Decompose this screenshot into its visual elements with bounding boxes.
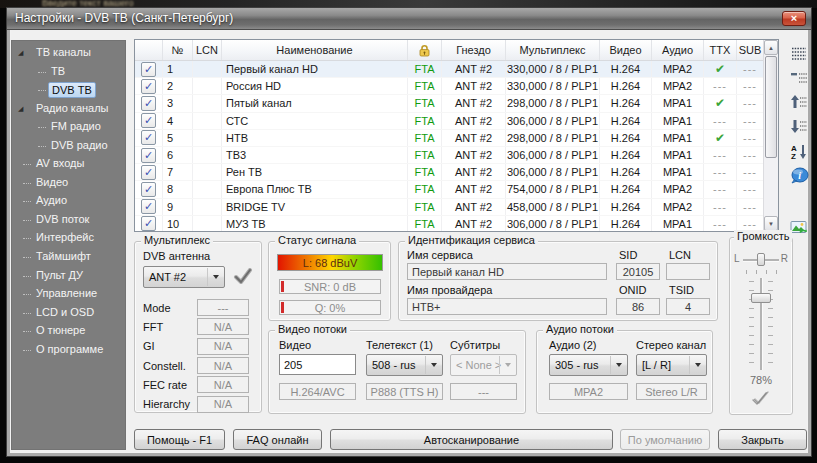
remove-channel-button[interactable] <box>788 67 810 89</box>
service-id-title: Идентификация сервиса <box>405 234 538 246</box>
sidebar-item-control[interactable]: ◢ Управление <box>11 285 126 304</box>
table-row[interactable]: ✓ 9 BRIDGE TV FTA ANT #2 458,000 / 8 / P… <box>135 199 763 216</box>
stereo-select[interactable]: [L / R] <box>636 354 707 376</box>
volume-slider[interactable] <box>760 278 762 370</box>
volume-apply-check-icon[interactable] <box>750 389 772 411</box>
antenna-select[interactable]: ANT #2 <box>143 266 225 288</box>
sidebar-item-tv-channels[interactable]: ◢ ТВ каналы <box>11 44 126 63</box>
sidebar-item-dvb-stream[interactable]: ◢ DVB поток <box>11 211 126 230</box>
header-socket[interactable]: Гнездо <box>442 40 506 60</box>
table-scrollbar[interactable]: ▲ ▼ <box>763 40 778 231</box>
table-row[interactable]: ✓ 6 ТВ3 FTA ANT #2 306,000 / 8 / PLP1 H.… <box>135 147 763 164</box>
sidebar-item-label: Интерфейс <box>33 230 97 245</box>
title-bar[interactable]: Настройки - DVB ТВ (Санкт-Петербург) × <box>7 8 811 30</box>
cell-audio: MPA2 <box>652 181 704 197</box>
provider-label: Имя провайдера <box>407 284 492 296</box>
table-row[interactable]: ✓ 5 НТВ FTA ANT #2 298,000 / 8 / PLP1 H.… <box>135 130 763 147</box>
sidebar-item-timeshift[interactable]: ◢ Таймшифт <box>11 248 126 267</box>
select-channel-list-button[interactable] <box>788 43 810 65</box>
scrollbar-thumb[interactable] <box>765 56 777 158</box>
header-num[interactable]: № <box>163 40 193 60</box>
channel-checkbox[interactable]: ✓ <box>141 182 156 197</box>
table-row[interactable]: ✓ 10 МУЗ ТВ FTA ANT #2 306,000 / 8 / PLP… <box>135 216 763 231</box>
sidebar-item-radio-channels[interactable]: ◢ Радио каналы <box>11 100 126 119</box>
sort-channels-button[interactable]: A Z <box>788 140 810 162</box>
cell-ttx: --- <box>704 164 737 180</box>
channel-checkbox[interactable]: ✓ <box>141 62 156 77</box>
header-audio[interactable]: Аудио <box>652 40 704 60</box>
move-channel-down-button[interactable] <box>788 115 810 137</box>
sidebar-item-about-tuner[interactable]: ◢ О тюнере <box>11 322 126 341</box>
sidebar-item-av-inputs[interactable]: ◢ AV входы <box>11 155 126 174</box>
close-window-button[interactable]: × <box>782 11 806 26</box>
header-access[interactable] <box>408 40 442 60</box>
cell-sub: --- <box>737 130 763 146</box>
cell-num: 10 <box>163 216 193 231</box>
volume-slider-thumb[interactable] <box>751 293 771 303</box>
sidebar-item-dvb-tv[interactable]: ◢ DVB ТВ <box>11 81 126 100</box>
sid-label: SID <box>619 249 637 261</box>
sidebar-item-lcd-osd[interactable]: ◢ LCD и OSD <box>11 304 126 323</box>
sidebar-item-dvb-radio[interactable]: ◢ DVB радио <box>11 137 126 156</box>
stereo-value: [L / R] <box>642 359 671 371</box>
header-sub[interactable]: SUB <box>737 40 763 60</box>
cell-lcn <box>193 95 222 111</box>
table-row[interactable]: ✓ 4 СТС FTA ANT #2 306,000 / 8 / PLP1 H.… <box>135 113 763 130</box>
cell-video: H.264 <box>600 199 652 215</box>
table-row[interactable]: ✓ 3 Пятый канал FTA ANT #2 298,000 / 8 /… <box>135 95 763 112</box>
channel-checkbox[interactable]: ✓ <box>141 130 156 145</box>
cell-lcn <box>193 78 222 94</box>
autoscan-button[interactable]: Автосканирование <box>330 429 613 450</box>
header-name[interactable]: Наименование <box>222 40 408 60</box>
sidebar-item-video[interactable]: ◢ Видео <box>11 174 126 193</box>
header-ttx[interactable]: TTX <box>704 40 737 60</box>
audio-value: 305 - rus <box>555 359 598 371</box>
header-video[interactable]: Видео <box>600 40 652 60</box>
expander-icon[interactable]: ◢ <box>18 49 23 57</box>
multiplex-field-row: GI N/A <box>143 337 249 356</box>
sidebar-item-tv[interactable]: ◢ ТВ <box>11 63 126 82</box>
channel-info-button[interactable]: i <box>788 164 810 186</box>
table-row[interactable]: ✓ 8 Европа Плюс ТВ FTA ANT #2 754,000 / … <box>135 181 763 198</box>
sidebar-item-fm-radio[interactable]: ◢ FM радио <box>11 118 126 137</box>
audio-select[interactable]: 305 - rus <box>549 354 628 376</box>
table-row[interactable]: ✓ 1 Первый канал HD FTA ANT #2 330,000 /… <box>135 61 763 78</box>
cell-video: H.264 <box>600 164 652 180</box>
sidebar-item-label: DVB радио <box>48 138 111 153</box>
cell-ttx: ✔ <box>704 95 737 111</box>
video-pid-input[interactable] <box>279 354 356 375</box>
teletext-select[interactable]: 508 - rus <box>366 354 443 376</box>
field-value: N/A <box>197 357 249 374</box>
channel-table-header: № LCN Наименование Гнездо Мультиплекс Ви… <box>135 40 763 61</box>
sidebar-item-remote[interactable]: ◢ Пульт ДУ <box>11 267 126 286</box>
antenna-apply-check-icon[interactable] <box>233 268 253 289</box>
scroll-up-icon[interactable]: ▲ <box>764 40 778 55</box>
cell-name: Рен ТВ <box>222 164 408 180</box>
header-mux[interactable]: Мультиплекс <box>506 40 600 60</box>
table-row[interactable]: ✓ 7 Рен ТВ FTA ANT #2 306,000 / 8 / PLP1… <box>135 164 763 181</box>
cell-name: СТС <box>222 113 408 129</box>
sidebar-item-about-app[interactable]: ◢ О программе <box>11 341 126 360</box>
channel-checkbox[interactable]: ✓ <box>141 113 156 128</box>
channel-checkbox[interactable]: ✓ <box>141 96 156 111</box>
balance-slider-thumb[interactable] <box>757 253 765 266</box>
faq-button[interactable]: FAQ онлайн <box>233 429 322 450</box>
expander-icon[interactable]: ◢ <box>18 105 23 113</box>
channel-checkbox[interactable]: ✓ <box>141 165 156 180</box>
channel-checkbox[interactable]: ✓ <box>141 216 156 231</box>
move-channel-up-button[interactable] <box>788 91 810 113</box>
cell-name: Пятый канал <box>222 95 408 111</box>
cell-ttx: --- <box>704 78 737 94</box>
close-button[interactable]: Закрыть <box>718 429 807 450</box>
cell-sub: --- <box>737 216 763 231</box>
channel-checkbox[interactable]: ✓ <box>141 79 156 94</box>
help-button[interactable]: Помощь - F1 <box>134 429 225 450</box>
header-lcn[interactable]: LCN <box>193 40 222 60</box>
sidebar-item-label: AV входы <box>33 156 87 171</box>
sidebar-item-audio[interactable]: ◢ Аудио <box>11 192 126 211</box>
channel-checkbox[interactable]: ✓ <box>141 148 156 163</box>
sidebar-item-interface[interactable]: ◢ Интерфейс <box>11 229 126 248</box>
table-row[interactable]: ✓ 2 Россия HD FTA ANT #2 330,000 / 8 / P… <box>135 78 763 95</box>
channel-checkbox[interactable]: ✓ <box>141 199 156 214</box>
scroll-down-icon[interactable]: ▼ <box>764 216 778 231</box>
